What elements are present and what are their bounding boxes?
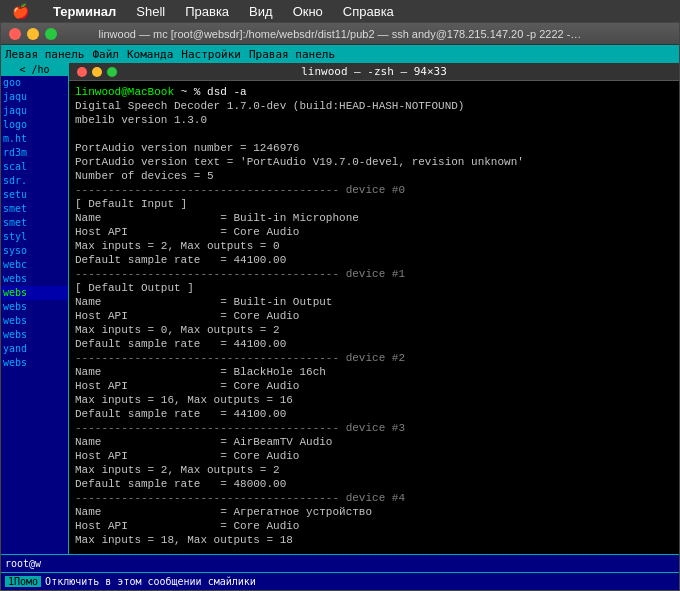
left-panel-item[interactable]: smet — [1, 202, 68, 216]
left-panel-item[interactable]: yand — [1, 342, 68, 356]
hint-number-label[interactable]: 1Помо — [5, 576, 41, 587]
left-panel-item[interactable]: m.ht — [1, 132, 68, 146]
left-panel-item[interactable]: jaqu — [1, 90, 68, 104]
zsh-maximize-button[interactable] — [107, 67, 117, 77]
apple-menu[interactable]: 🍎 — [8, 1, 33, 21]
mc-menu-file[interactable]: Файл — [92, 48, 119, 61]
left-panel-item[interactable]: syso — [1, 244, 68, 258]
menu-edit[interactable]: Правка — [181, 2, 233, 21]
left-panel-item[interactable]: webs — [1, 328, 68, 342]
menu-terminal[interactable]: Терминал — [49, 2, 120, 21]
mc-menu-command[interactable]: Команда — [127, 48, 173, 61]
left-panel-item[interactable]: sdr. — [1, 174, 68, 188]
zsh-titlebar: linwood — -zsh — 94×33 — [69, 63, 679, 81]
close-button[interactable] — [9, 28, 21, 40]
left-panel-item[interactable]: scal — [1, 160, 68, 174]
mc-menubar[interactable]: Левая панель Файл Команда Настройки Прав… — [1, 45, 679, 63]
mc-hint-bar: 1Помо Отключить в этом сообщении смайлик… — [1, 572, 679, 590]
left-panel-item[interactable]: webs — [1, 314, 68, 328]
menu-help[interactable]: Справка — [339, 2, 398, 21]
left-panel-item[interactable]: goo — [1, 76, 68, 90]
mc-container: Левая панель Файл Команда Настройки Прав… — [1, 45, 679, 590]
zsh-title: linwood — -zsh — 94×33 — [301, 65, 447, 78]
mc-menu-left-panel[interactable]: Левая панель — [5, 48, 84, 61]
zsh-close-button[interactable] — [77, 67, 87, 77]
minimize-button[interactable] — [27, 28, 39, 40]
terminal-titlebar: linwood — mc [root@websdr]:/home/websdr/… — [1, 23, 679, 45]
menu-shell[interactable]: Shell — [132, 2, 169, 21]
zsh-traffic-lights — [77, 67, 117, 77]
terminal-text: linwood@MacBook ~ % dsd -a Digital Speec… — [75, 85, 673, 547]
left-panel-item[interactable]: webs — [1, 356, 68, 370]
mc-terminal-panel: linwood — -zsh — 94×33 linwood@MacBook ~… — [69, 63, 679, 554]
terminal-window: linwood — mc [root@websdr]:/home/websdr/… — [0, 22, 680, 591]
mc-left-panel: < /ho goojaqujaqulogom.htrd3mscalsdr.set… — [1, 63, 69, 554]
left-panel-header: < /ho — [1, 63, 68, 76]
menu-window[interactable]: Окно — [289, 2, 327, 21]
left-panel-item[interactable]: webs — [1, 300, 68, 314]
left-panel-items: goojaqujaqulogom.htrd3mscalsdr.setusmets… — [1, 76, 68, 554]
left-panel-item[interactable]: rd3m — [1, 146, 68, 160]
mac-menubar: 🍎 Терминал Shell Правка Вид Окно Справка — [0, 0, 680, 22]
mc-path: root@w — [5, 558, 41, 569]
mc-main: < /ho goojaqujaqulogom.htrd3mscalsdr.set… — [1, 63, 679, 554]
zsh-minimize-button[interactable] — [92, 67, 102, 77]
left-panel-item[interactable]: smet — [1, 216, 68, 230]
left-panel-item[interactable]: styl — [1, 230, 68, 244]
hint-text: Отключить в этом сообщении смайлики — [45, 576, 256, 587]
left-panel-item[interactable]: setu — [1, 188, 68, 202]
menu-view[interactable]: Вид — [245, 2, 277, 21]
mc-menu-right-panel[interactable]: Правая панель — [249, 48, 335, 61]
left-panel-item[interactable]: webs — [1, 272, 68, 286]
left-panel-item[interactable]: webs — [1, 286, 68, 300]
left-panel-item[interactable]: logo — [1, 118, 68, 132]
mc-menu-settings[interactable]: Настройки — [181, 48, 241, 61]
mc-bottom-bar: root@w — [1, 554, 679, 572]
left-panel-item[interactable]: webc — [1, 258, 68, 272]
terminal-title: linwood — mc [root@websdr]:/home/websdr/… — [99, 28, 582, 40]
traffic-lights — [9, 28, 57, 40]
left-panel-item[interactable]: jaqu — [1, 104, 68, 118]
terminal-output[interactable]: linwood@MacBook ~ % dsd -a Digital Speec… — [69, 81, 679, 554]
maximize-button[interactable] — [45, 28, 57, 40]
